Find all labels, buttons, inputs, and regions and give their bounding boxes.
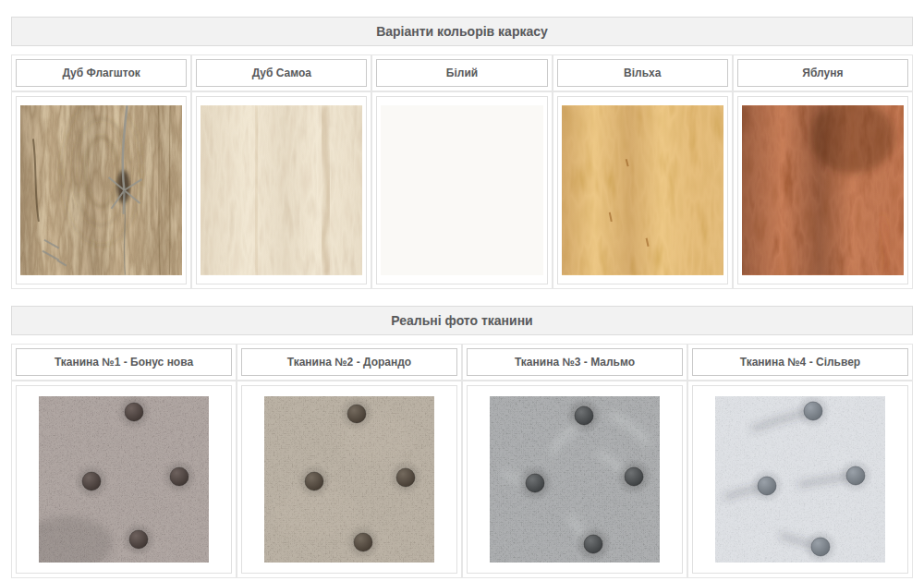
- fabric-dorando-photo: [264, 396, 434, 563]
- label-cell-apple: Яблуня: [733, 54, 913, 91]
- fabric-label-malmo: Тканина №3 - Мальмо: [467, 348, 683, 376]
- fabric-malmo-photo: [490, 396, 660, 563]
- fabric-label-dorando: Тканина №2 - Дорандо: [241, 348, 457, 376]
- fabric-label-bonus-nova: Тканина №1 - Бонус нова: [16, 348, 232, 376]
- swatch-image-frame-oak-samoa: [196, 96, 367, 284]
- image-cell-apple: [733, 91, 913, 289]
- fabric-images-row: [11, 381, 913, 578]
- fabric-labels-row: Тканина №1 - Бонус нова Тканина №2 - Дор…: [11, 344, 913, 381]
- image-cell-fabric-malmo: [462, 381, 687, 578]
- image-cell-white: [371, 91, 552, 289]
- frame-color-labels-row: Дуб Флагшток Дуб Самоа Білий Вільха Яблу…: [11, 54, 913, 91]
- fabric-image-frame-silver: [692, 385, 908, 574]
- frame-colors-section: Варіанти кольорів каркасу Дуб Флагшток Д…: [11, 17, 913, 289]
- oak-flagstaff-texture-image: [20, 105, 182, 275]
- fabric-image-frame-bonus-nova: [16, 385, 232, 574]
- label-cell-oak-flagstaff: Дуб Флагшток: [11, 54, 191, 91]
- fabric-bonus-nova-photo: [39, 396, 209, 563]
- product-color-options-panel: Варіанти кольорів каркасу Дуб Флагшток Д…: [0, 17, 924, 578]
- fabric-label-silver: Тканина №4 - Сільвер: [692, 348, 908, 376]
- image-cell-fabric-silver: [687, 381, 913, 578]
- swatch-image-frame-white: [376, 96, 547, 284]
- label-cell-fabric-bonus-nova: Тканина №1 - Бонус нова: [11, 344, 237, 381]
- swatch-label-white: Білий: [376, 59, 547, 87]
- image-cell-fabric-dorando: [237, 381, 462, 578]
- apple-tree-texture-image: [742, 105, 904, 275]
- swatch-label-oak-flagstaff: Дуб Флагшток: [16, 59, 187, 87]
- fabric-photos-header: Реальні фото тканини: [11, 306, 913, 335]
- label-cell-alder: Вільха: [553, 54, 733, 91]
- swatch-label-alder: Вільха: [557, 59, 728, 87]
- oak-samoa-texture-image: [201, 105, 362, 275]
- fabric-silver-photo: [715, 396, 885, 563]
- frame-color-images-row: [11, 91, 913, 289]
- label-cell-white: Білий: [371, 54, 552, 91]
- fabric-image-frame-malmo: [467, 385, 683, 574]
- image-cell-oak-samoa: [191, 91, 371, 289]
- swatch-image-frame-oak-flagstaff: [16, 96, 187, 284]
- label-cell-fabric-silver: Тканина №4 - Сільвер: [687, 344, 913, 381]
- label-cell-fabric-dorando: Тканина №2 - Дорандо: [237, 344, 462, 381]
- swatch-image-frame-apple: [737, 96, 908, 284]
- white-texture-image: [381, 105, 542, 275]
- label-cell-oak-samoa: Дуб Самоа: [191, 54, 371, 91]
- swatch-label-apple: Яблуня: [737, 59, 908, 87]
- swatch-image-frame-alder: [557, 96, 728, 284]
- image-cell-alder: [553, 91, 733, 289]
- image-cell-oak-flagstaff: [11, 91, 191, 289]
- label-cell-fabric-malmo: Тканина №3 - Мальмо: [462, 344, 687, 381]
- fabric-image-frame-dorando: [241, 385, 457, 574]
- alder-texture-image: [562, 105, 723, 275]
- frame-colors-header: Варіанти кольорів каркасу: [11, 17, 913, 46]
- swatch-label-oak-samoa: Дуб Самоа: [196, 59, 367, 87]
- fabric-photos-section: Реальні фото тканини Тканина №1 - Бонус …: [11, 306, 913, 578]
- image-cell-fabric-bonus-nova: [11, 381, 237, 578]
